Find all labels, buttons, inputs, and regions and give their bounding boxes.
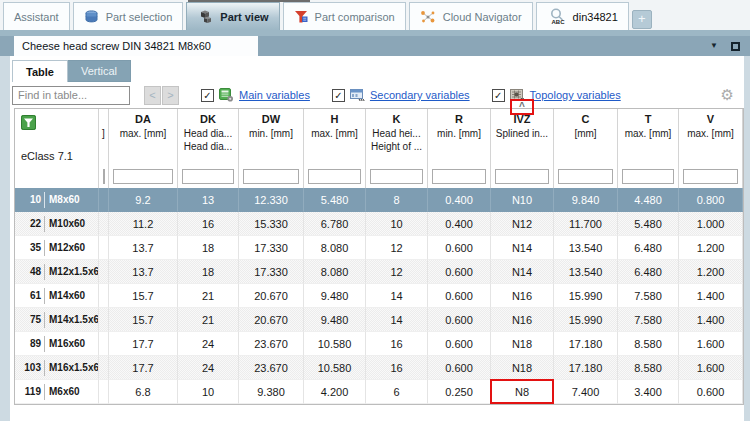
tab-part-comparison[interactable]: Part comparison [283, 2, 406, 30]
cell-M12x60-R[interactable]: 0.600 [428, 236, 491, 260]
cell-M14x60-C[interactable]: 15.990 [554, 284, 618, 308]
cell-M12x60-H[interactable]: 8.080 [304, 236, 366, 260]
tab-vertical[interactable]: Vertical [68, 60, 131, 82]
cell-M12x1.5x60-DW[interactable]: 17.330 [239, 260, 304, 284]
cell-M14x1.5x60-DA[interactable]: 15.7 [109, 308, 178, 332]
cell-M6x60-DK[interactable]: 10 [178, 380, 239, 404]
column-filter-input[interactable] [103, 169, 105, 184]
cell-M6x60-T[interactable]: 3.400 [618, 380, 679, 404]
topology-variables-checkbox[interactable]: ✓ [492, 89, 505, 102]
cell-M8x60-T[interactable]: 4.480 [618, 188, 679, 212]
cell-M16x60-H[interactable]: 10.580 [304, 332, 366, 356]
cell-M6x60-DA[interactable]: 6.8 [109, 380, 178, 404]
cell-M12x1.5x60-DA[interactable]: 13.7 [109, 260, 178, 284]
cell-M14x60-T[interactable]: 7.580 [618, 284, 679, 308]
cell-M12x60-V[interactable]: 1.200 [679, 236, 743, 260]
cell-M14x1.5x60-DK[interactable]: 21 [178, 308, 239, 332]
column-header-V[interactable]: Vmax. [mm] [679, 109, 743, 188]
cell-M8x60-K[interactable]: 8 [366, 188, 428, 212]
cell-M6x60-H[interactable]: 4.200 [304, 380, 366, 404]
cell-M12x1.5x60-H[interactable]: 8.080 [304, 260, 366, 284]
cell-M12x60-DK[interactable]: 18 [178, 236, 239, 260]
collapse-column-button[interactable]: ^ [510, 99, 534, 115]
cell-M10x60-C[interactable]: 11.700 [554, 212, 618, 236]
cell-M10x60-T[interactable]: 5.480 [618, 212, 679, 236]
tab-assistant[interactable]: Assistant [3, 2, 70, 30]
row-header-M14x1.5x60[interactable]: 75M14x1.5x60 [15, 308, 99, 332]
cell-M16x1.5x60-V[interactable]: 1.600 [679, 356, 743, 380]
cell-M12x60-IVZ[interactable]: N14 [491, 236, 554, 260]
cell-M6x60-DW[interactable]: 9.380 [239, 380, 304, 404]
cell-M16x60-C[interactable]: 17.180 [554, 332, 618, 356]
column-header-DK[interactable]: DKHead dia...Head dia... [178, 109, 239, 188]
row-header-M8x60[interactable]: 10M8x60 [15, 188, 99, 212]
panel-maximize-icon[interactable] [731, 42, 740, 51]
cell-M14x60-DK[interactable]: 21 [178, 284, 239, 308]
cell-M14x60-K[interactable]: 14 [366, 284, 428, 308]
column-header-K[interactable]: KHead hei...Height of ... [366, 109, 428, 188]
cell-M12x1.5x60-IVZ[interactable]: N14 [491, 260, 554, 284]
row-header-M12x60[interactable]: 35M12x60 [15, 236, 99, 260]
cell-M6x60-C[interactable]: 7.400 [554, 380, 618, 404]
tab-part-selection[interactable]: Part selection [73, 2, 184, 30]
cell-M6x60-V[interactable]: 0.600 [679, 380, 743, 404]
cell-M10x60-R[interactable]: 0.400 [428, 212, 491, 236]
column-filter-input[interactable] [558, 169, 613, 184]
cell-M10x60-DA[interactable]: 11.2 [109, 212, 178, 236]
cell-M12x1.5x60-T[interactable]: 6.480 [618, 260, 679, 284]
row-header-M10x60[interactable]: 22M10x60 [15, 212, 99, 236]
column-filter-input[interactable] [243, 169, 299, 184]
cell-M10x60-DK[interactable]: 16 [178, 212, 239, 236]
row-header-M14x60[interactable]: 61M14x60 [15, 284, 99, 308]
cell-M8x60-C[interactable]: 9.840 [554, 188, 618, 212]
find-previous-button[interactable]: < [144, 86, 161, 105]
cell-M12x60-K[interactable]: 12 [366, 236, 428, 260]
tab-search[interactable]: ABC din34821 [536, 2, 629, 30]
cell-M8x60-DK[interactable]: 13 [178, 188, 239, 212]
column-header-truncated[interactable]: ] [99, 109, 109, 188]
cell-M16x60-K[interactable]: 16 [366, 332, 428, 356]
cell-M8x60-R[interactable]: 0.400 [428, 188, 491, 212]
main-variables-checkbox[interactable]: ✓ [201, 89, 214, 102]
cell-M16x1.5x60-R[interactable]: 0.600 [428, 356, 491, 380]
column-header-C[interactable]: C[mm] [554, 109, 618, 188]
cell-M16x60-DA[interactable]: 17.7 [109, 332, 178, 356]
cell-M14x60-DW[interactable]: 20.670 [239, 284, 304, 308]
column-filter-input[interactable] [683, 169, 738, 184]
cell-M8x60-V[interactable]: 0.800 [679, 188, 743, 212]
cell-M16x60-IVZ[interactable]: N18 [491, 332, 554, 356]
secondary-variables-link[interactable]: Secondary variables [370, 89, 470, 101]
column-header-DW[interactable]: DWmin. [mm] [239, 109, 304, 188]
main-variables-link[interactable]: Main variables [239, 89, 310, 101]
find-in-table-input[interactable] [12, 86, 130, 105]
cell-M14x60-IVZ[interactable]: N16 [491, 284, 554, 308]
tab-part-view[interactable]: Part view [186, 2, 279, 30]
cell-M12x60-T[interactable]: 6.480 [618, 236, 679, 260]
search-query-text[interactable]: din34821 [573, 11, 618, 23]
row-header-M16x60[interactable]: 89M16x60 [15, 332, 99, 356]
cell-M14x1.5x60-H[interactable]: 9.480 [304, 308, 366, 332]
cell-M10x60-V[interactable]: 1.000 [679, 212, 743, 236]
cell-M16x1.5x60-IVZ[interactable]: N18 [491, 356, 554, 380]
cell-M16x1.5x60-DW[interactable]: 23.670 [239, 356, 304, 380]
column-filter-input[interactable] [622, 169, 674, 184]
column-filter-input[interactable] [308, 169, 361, 184]
cell-M16x1.5x60-H[interactable]: 10.580 [304, 356, 366, 380]
tab-table[interactable]: Table [12, 60, 68, 82]
row-header-M6x60[interactable]: 119M6x60 [15, 380, 99, 404]
cell-M12x1.5x60-K[interactable]: 12 [366, 260, 428, 284]
cell-M16x1.5x60-C[interactable]: 17.180 [554, 356, 618, 380]
document-title-tab[interactable]: Cheese head screw DIN 34821 M8x60 [14, 36, 258, 56]
table-settings-gear-icon[interactable]: ⚙ [721, 86, 734, 104]
new-tab-button[interactable]: + [632, 10, 652, 29]
cell-M12x1.5x60-C[interactable]: 13.540 [554, 260, 618, 284]
cell-M10x60-DW[interactable]: 15.330 [239, 212, 304, 236]
topology-variables-link[interactable]: Topology variables [530, 89, 621, 101]
cell-M16x1.5x60-T[interactable]: 8.580 [618, 356, 679, 380]
column-filter-input[interactable] [182, 169, 234, 184]
cell-M16x1.5x60-K[interactable]: 16 [366, 356, 428, 380]
cell-M10x60-K[interactable]: 10 [366, 212, 428, 236]
table-corner-header[interactable]: eClass 7.1 [15, 109, 99, 188]
cell-M16x60-DW[interactable]: 23.670 [239, 332, 304, 356]
cell-M14x1.5x60-IVZ[interactable]: N16 [491, 308, 554, 332]
